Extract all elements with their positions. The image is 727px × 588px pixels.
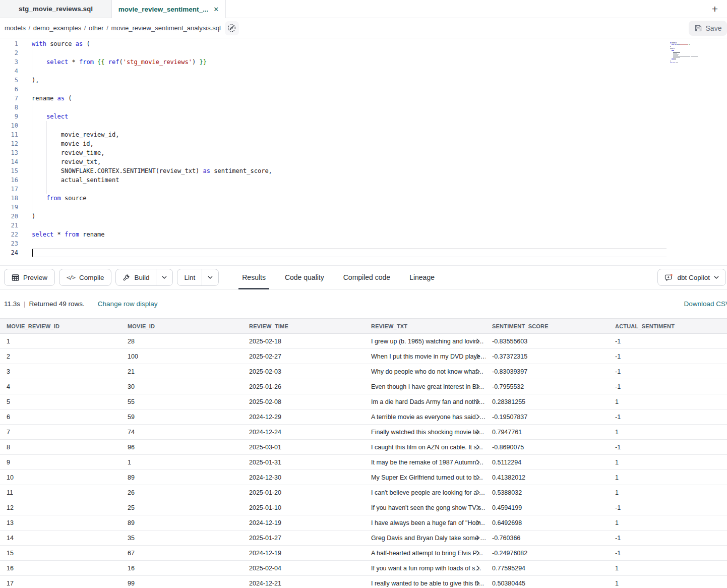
- cell: 2025-01-10: [243, 500, 365, 515]
- cell: 25: [121, 500, 243, 515]
- expand-cell-icon[interactable]: [476, 459, 480, 465]
- column-header[interactable]: REVIEW_TXT: [365, 319, 486, 334]
- cell: 89: [121, 470, 243, 485]
- new-tab-button[interactable]: +: [708, 2, 722, 16]
- editor-code[interactable]: with source as ( select * from {{ ref('s…: [32, 38, 727, 265]
- cell: 1: [609, 394, 727, 409]
- compile-button[interactable]: </> Compile: [59, 269, 111, 286]
- cell: 2025-03-01: [243, 440, 365, 455]
- review-text: If you haven't seen the gong show TV s…: [371, 504, 486, 511]
- tab-movie-review-sentiment[interactable]: movie_review_sentiment_... ✕: [112, 0, 226, 18]
- code-token: source: [46, 40, 76, 47]
- code-line[interactable]: [32, 221, 727, 230]
- breadcrumb-item[interactable]: movie_review_sentiment_analysis.sql: [111, 24, 221, 32]
- download-csv-link[interactable]: Download CSV: [684, 300, 727, 308]
- expand-cell-icon[interactable]: [476, 475, 480, 480]
- tab-results[interactable]: Results: [232, 266, 275, 289]
- code-line[interactable]: [32, 203, 727, 212]
- column-header[interactable]: SENTIMENT_SCORE: [486, 319, 609, 334]
- expand-cell-icon[interactable]: [476, 414, 480, 420]
- code-token: review_txt,: [32, 158, 101, 165]
- close-tab-icon[interactable]: ✕: [213, 6, 219, 13]
- column-header[interactable]: REVIEW_TIME: [243, 319, 365, 334]
- code-line[interactable]: review_txt,: [32, 157, 727, 166]
- code-line[interactable]: rename as (: [32, 94, 727, 103]
- cell: 1: [609, 455, 727, 470]
- save-button[interactable]: Save: [689, 21, 727, 36]
- line-number: 4: [0, 67, 22, 76]
- results-table: MOVIE_REVIEW_IDMOVIE_IDREVIEW_TIMEREVIEW…: [0, 318, 727, 588]
- code-line[interactable]: ),: [32, 76, 727, 85]
- cell: 35: [121, 531, 243, 546]
- cell: -1: [609, 500, 727, 515]
- cell: 2024-12-19: [243, 546, 365, 561]
- lint-dropdown-chevron[interactable]: [202, 269, 218, 285]
- expand-cell-icon[interactable]: [476, 354, 480, 359]
- code-line[interactable]: [32, 239, 727, 248]
- expand-cell-icon[interactable]: [476, 338, 480, 344]
- breadcrumb-item[interactable]: demo_examples: [33, 24, 81, 32]
- tab-stg-movie-reviews[interactable]: stg_movie_reviews.sql: [0, 0, 112, 18]
- tab-compiled-code[interactable]: Compiled code: [334, 266, 400, 289]
- expand-cell-icon[interactable]: [476, 490, 480, 495]
- tab-lineage[interactable]: Lineage: [400, 266, 444, 289]
- column-header[interactable]: MOVIE_ID: [121, 319, 243, 334]
- code-token: select: [46, 58, 68, 66]
- code-line[interactable]: [32, 248, 667, 257]
- code-line[interactable]: select * from {{ ref('stg_movie_reviews'…: [32, 57, 727, 67]
- breadcrumb-item[interactable]: other: [89, 24, 104, 32]
- code-line[interactable]: select * from rename: [32, 230, 727, 239]
- table-row: 10892024-12-30My Super Ex Girlfriend tur…: [0, 470, 727, 485]
- code-line[interactable]: [32, 85, 727, 94]
- cell: 28: [121, 334, 243, 349]
- table-row: 16162025-02-04If you want a fun romp wit…: [0, 561, 727, 576]
- expand-cell-icon[interactable]: [476, 399, 480, 404]
- expand-cell-icon[interactable]: [476, 369, 480, 374]
- column-header[interactable]: ACTUAL_SENTIMENT: [609, 319, 727, 334]
- minimap[interactable]: [670, 42, 704, 65]
- code-line[interactable]: [32, 48, 727, 57]
- dbt-copilot-button[interactable]: dbt Copilot: [657, 269, 726, 286]
- expand-cell-icon[interactable]: [476, 565, 480, 571]
- compass-icon[interactable]: [225, 21, 239, 35]
- compile-label: Compile: [79, 274, 104, 281]
- code-editor[interactable]: 123456789101112131415161718192021222324 …: [0, 38, 727, 265]
- code-token: [32, 113, 46, 120]
- expand-cell-icon[interactable]: [476, 429, 480, 435]
- code-line[interactable]: select: [32, 112, 727, 121]
- expand-cell-icon[interactable]: [476, 520, 480, 525]
- lint-button[interactable]: Lint: [177, 269, 202, 285]
- column-header[interactable]: MOVIE_REVIEW_ID: [0, 319, 121, 334]
- expand-cell-icon[interactable]: [476, 505, 480, 510]
- lint-button-group: Lint: [177, 269, 219, 286]
- expand-cell-icon[interactable]: [476, 444, 480, 450]
- action-toolbar: Preview </> Compile Build Lint ResultsCo…: [0, 265, 727, 289]
- code-token: SNOWFLAKE.CORTEX.SENTIMENT(review_txt): [32, 167, 203, 174]
- cell: 11: [0, 485, 121, 500]
- change-row-display-link[interactable]: Change row display: [98, 300, 158, 308]
- review-text: I can't believe people are looking for a…: [371, 489, 485, 496]
- breadcrumb-item[interactable]: models: [5, 24, 26, 32]
- build-dropdown-chevron[interactable]: [156, 269, 172, 285]
- code-line[interactable]: [32, 185, 727, 194]
- code-line[interactable]: [32, 121, 727, 130]
- tab-code-quality[interactable]: Code quality: [275, 266, 334, 289]
- code-line[interactable]: [32, 67, 727, 76]
- expand-cell-icon[interactable]: [476, 580, 480, 586]
- preview-button[interactable]: Preview: [4, 269, 55, 286]
- code-line[interactable]: with source as (: [32, 39, 727, 48]
- code-line[interactable]: movie_id,: [32, 139, 727, 148]
- expand-cell-icon[interactable]: [476, 384, 480, 389]
- code-line[interactable]: review_time,: [32, 148, 727, 157]
- code-line[interactable]: [32, 103, 727, 112]
- build-button[interactable]: Build: [116, 269, 156, 285]
- code-line[interactable]: from source: [32, 194, 727, 203]
- code-line[interactable]: movie_review_id,: [32, 130, 727, 139]
- indent-guide: [46, 121, 47, 130]
- code-line[interactable]: SNOWFLAKE.CORTEX.SENTIMENT(review_txt) a…: [32, 166, 727, 175]
- code-line[interactable]: ): [32, 212, 727, 221]
- expand-cell-icon[interactable]: [476, 535, 480, 541]
- results-tabs: ResultsCode qualityCompiled codeLineage: [232, 266, 444, 289]
- code-line[interactable]: actual_sentiment: [32, 175, 727, 185]
- expand-cell-icon[interactable]: [476, 550, 480, 556]
